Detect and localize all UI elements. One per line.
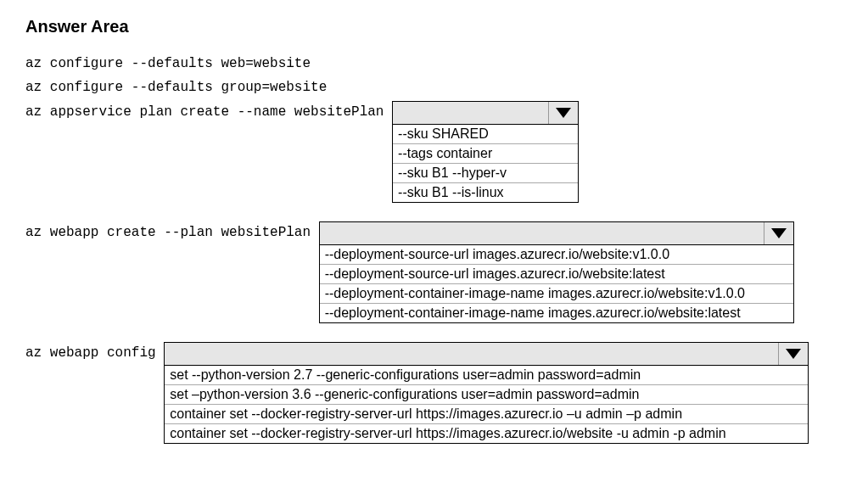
option-item[interactable]: --sku B1 --hyper-v bbox=[393, 164, 578, 183]
option-item[interactable]: --deployment-source-url images.azurecr.i… bbox=[320, 265, 793, 284]
option-item[interactable]: set –python-version 3.6 --generic-config… bbox=[165, 385, 808, 405]
code-line-4: az webapp create --plan websitePlan bbox=[25, 221, 319, 240]
code-line-1: az configure --defaults web=website bbox=[25, 53, 843, 74]
dropdown-webapp-create[interactable]: --deployment-source-url images.azurecr.i… bbox=[319, 221, 794, 323]
code-line-3: az appservice plan create --name website… bbox=[25, 101, 392, 120]
code-line-2: az configure --defaults group=website bbox=[25, 77, 843, 98]
chevron-down-icon[interactable] bbox=[764, 222, 793, 244]
code-line-5: az webapp config bbox=[25, 342, 164, 361]
chevron-down-icon[interactable] bbox=[778, 343, 808, 365]
option-item[interactable]: --deployment-container-image-name images… bbox=[320, 284, 793, 304]
dropdown-plan-sku-options: --sku SHARED --tags container --sku B1 -… bbox=[392, 125, 579, 203]
page-title: Answer Area bbox=[25, 17, 843, 36]
option-item[interactable]: set --python-version 2.7 --generic-confi… bbox=[165, 366, 808, 385]
dropdown-webapp-config[interactable]: set --python-version 2.7 --generic-confi… bbox=[164, 342, 809, 444]
dropdown-webapp-config-options: set --python-version 2.7 --generic-confi… bbox=[164, 366, 809, 444]
option-item[interactable]: --tags container bbox=[393, 144, 578, 164]
option-item[interactable]: container set --docker-registry-server-u… bbox=[165, 424, 808, 443]
dropdown-webapp-create-options: --deployment-source-url images.azurecr.i… bbox=[319, 245, 794, 323]
option-item[interactable]: --sku B1 --is-linux bbox=[393, 183, 578, 202]
option-item[interactable]: --sku SHARED bbox=[393, 125, 578, 144]
option-item[interactable]: container set --docker-registry-server-u… bbox=[165, 405, 808, 424]
chevron-down-icon[interactable] bbox=[548, 102, 578, 124]
option-item[interactable]: --deployment-source-url images.azurecr.i… bbox=[320, 245, 793, 265]
dropdown-plan-sku[interactable]: --sku SHARED --tags container --sku B1 -… bbox=[392, 101, 579, 203]
option-item[interactable]: --deployment-container-image-name images… bbox=[320, 304, 793, 322]
